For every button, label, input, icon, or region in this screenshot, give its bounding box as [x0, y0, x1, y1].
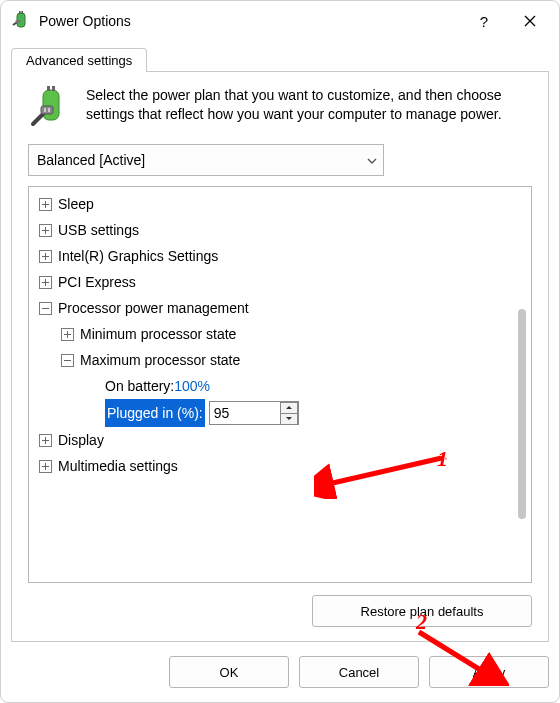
apply-button[interactable]: Apply — [429, 656, 549, 688]
tree-node-pci-express[interactable]: PCI Express — [33, 269, 531, 295]
tab-advanced-settings[interactable]: Advanced settings — [11, 48, 147, 72]
client-area: Advanced settings Select the power — [1, 41, 559, 702]
spin-up-button[interactable] — [281, 402, 298, 413]
chevron-down-icon — [367, 154, 377, 166]
node-label: Maximum processor state — [80, 347, 240, 373]
expander-collapsed-icon[interactable] — [39, 434, 52, 447]
node-label: Minimum processor state — [80, 321, 236, 347]
tab-strip: Advanced settings — [11, 43, 549, 71]
svg-rect-1 — [19, 11, 21, 14]
button-label: OK — [220, 665, 239, 680]
node-label: Sleep — [58, 191, 94, 217]
close-button[interactable] — [507, 1, 553, 41]
svg-rect-3 — [16, 20, 21, 23]
tree-node-processor-power-management[interactable]: Processor power management — [33, 295, 531, 321]
node-label: PCI Express — [58, 269, 136, 295]
svg-rect-4 — [43, 90, 59, 120]
title-bar: Power Options ? — [1, 1, 559, 41]
cancel-button[interactable]: Cancel — [299, 656, 419, 688]
plugged-in-input[interactable] — [210, 403, 280, 423]
dialog-buttons: OK Cancel Apply — [11, 642, 549, 688]
expander-collapsed-icon[interactable] — [39, 250, 52, 263]
settings-tree[interactable]: Sleep USB settings Intel(R) Graphics Set… — [28, 186, 532, 583]
expander-collapsed-icon[interactable] — [39, 224, 52, 237]
tab-label: Advanced settings — [26, 53, 132, 68]
ok-button[interactable]: OK — [169, 656, 289, 688]
intro-icon — [28, 86, 74, 130]
node-label: Processor power management — [58, 295, 249, 321]
tree-node-multimedia[interactable]: Multimedia settings — [33, 453, 531, 479]
plan-selected-label: Balanced [Active] — [37, 152, 145, 168]
tab-panel: Select the power plan that you want to c… — [11, 71, 549, 642]
scrollbar[interactable] — [515, 189, 529, 580]
tree-node-intel-graphics[interactable]: Intel(R) Graphics Settings — [33, 243, 531, 269]
on-battery-value[interactable]: 100% — [174, 373, 210, 399]
tree-node-max-processor-state[interactable]: Maximum processor state — [33, 347, 531, 373]
tree-node-sleep[interactable]: Sleep — [33, 191, 531, 217]
help-button[interactable]: ? — [461, 1, 507, 41]
svg-rect-7 — [41, 106, 53, 114]
svg-rect-8 — [44, 108, 46, 112]
node-label: USB settings — [58, 217, 139, 243]
node-label: Display — [58, 427, 104, 453]
svg-rect-2 — [22, 11, 24, 14]
tree-node-usb[interactable]: USB settings — [33, 217, 531, 243]
restore-row: Restore plan defaults — [28, 595, 532, 627]
svg-rect-9 — [48, 108, 50, 112]
expander-collapsed-icon[interactable] — [39, 276, 52, 289]
expander-expanded-icon[interactable] — [61, 354, 74, 367]
power-plan-select[interactable]: Balanced [Active] — [28, 144, 384, 176]
spin-down-button[interactable] — [281, 413, 298, 425]
tree-node-on-battery[interactable]: On battery: 100% — [33, 373, 531, 399]
expander-expanded-icon[interactable] — [39, 302, 52, 315]
expander-collapsed-icon[interactable] — [39, 460, 52, 473]
annotation-number-2: 2 — [416, 609, 427, 635]
tree-node-min-processor-state[interactable]: Minimum processor state — [33, 321, 531, 347]
intro-row: Select the power plan that you want to c… — [28, 86, 532, 130]
node-label: Multimedia settings — [58, 453, 178, 479]
tree-root: Sleep USB settings Intel(R) Graphics Set… — [33, 191, 531, 479]
on-battery-label: On battery: — [105, 373, 174, 399]
node-label: Intel(R) Graphics Settings — [58, 243, 218, 269]
power-options-window: Power Options ? Advanced settings — [0, 0, 560, 703]
tree-node-display[interactable]: Display — [33, 427, 531, 453]
annotation-number-1: 1 — [437, 446, 448, 472]
button-label: Apply — [473, 665, 506, 680]
expander-collapsed-icon[interactable] — [39, 198, 52, 211]
plugged-in-label: Plugged in (%): — [105, 399, 205, 427]
tree-node-plugged-in[interactable]: Plugged in (%): — [33, 399, 531, 427]
intro-text: Select the power plan that you want to c… — [86, 86, 532, 130]
scroll-thumb[interactable] — [518, 309, 526, 519]
button-label: Cancel — [339, 665, 379, 680]
svg-rect-6 — [52, 86, 55, 91]
svg-rect-5 — [47, 86, 50, 91]
plugged-in-spinner[interactable] — [209, 401, 299, 425]
window-title: Power Options — [39, 13, 461, 29]
expander-collapsed-icon[interactable] — [61, 328, 74, 341]
power-options-icon — [11, 11, 31, 31]
